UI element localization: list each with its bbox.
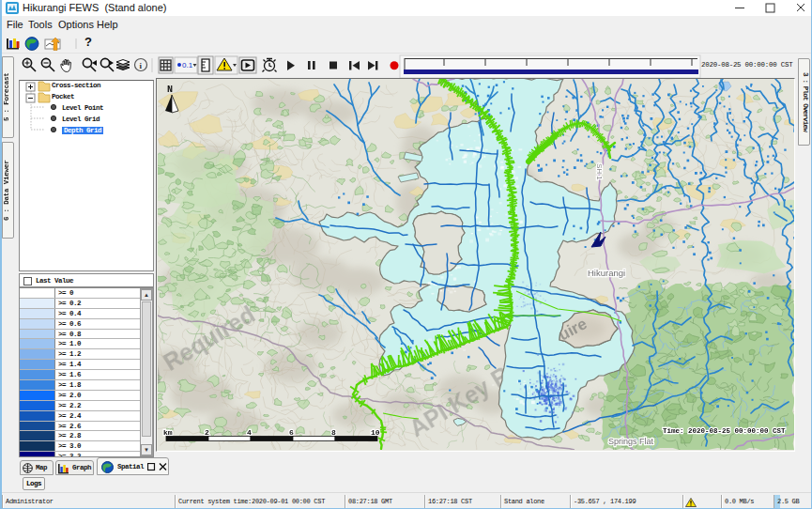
svg-text:Time: 2020-08-25 00:00:00 CST: Time: 2020-08-25 00:00:00 CST xyxy=(663,427,786,435)
svg-text:SH 1: SH 1 xyxy=(595,163,604,180)
svg-text:km: km xyxy=(163,428,173,437)
svg-text:2: 2 xyxy=(205,428,209,437)
svg-text:10: 10 xyxy=(371,428,380,437)
svg-text:8: 8 xyxy=(331,428,336,437)
svg-text:i: i xyxy=(140,61,143,70)
svg-text:N: N xyxy=(167,85,173,95)
svg-text:0.1: 0.1 xyxy=(182,61,193,69)
svg-text:4: 4 xyxy=(247,428,252,437)
svg-text:6: 6 xyxy=(289,428,294,437)
svg-text:Springs Flat: Springs Flat xyxy=(608,437,654,446)
svg-text:Hikurangi: Hikurangi xyxy=(588,268,625,278)
